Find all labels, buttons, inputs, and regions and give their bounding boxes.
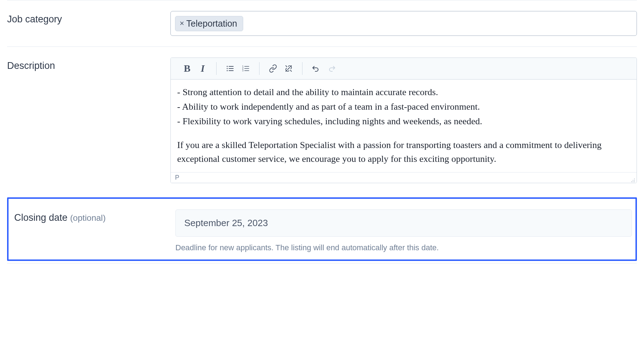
- description-line: - Ability to work independently and as p…: [177, 100, 630, 114]
- description-field-col: B I: [170, 58, 637, 183]
- job-category-tag-label: Teleportation: [186, 18, 237, 29]
- description-line: - Flexibility to work varying schedules,…: [177, 114, 630, 128]
- link-button[interactable]: [265, 61, 281, 76]
- svg-text:3: 3: [242, 69, 244, 72]
- svg-point-18: [634, 180, 635, 181]
- toolbar-history-group: [305, 61, 343, 76]
- job-category-field-col: × Teleportation: [170, 11, 637, 36]
- job-category-label: Job category: [7, 14, 62, 24]
- svg-point-16: [634, 179, 635, 179]
- editor-content[interactable]: - Strong attention to detail and the abi…: [171, 80, 637, 172]
- svg-point-20: [633, 181, 633, 182]
- toolbar-separator: [259, 62, 260, 75]
- job-category-row: Job category × Teleportation: [7, 0, 637, 47]
- job-category-tag[interactable]: × Teleportation: [175, 16, 243, 31]
- closing-date-value: September 25, 2023: [184, 218, 268, 228]
- job-category-tag-input[interactable]: × Teleportation: [170, 11, 637, 36]
- numbered-list-button[interactable]: 1 2 3: [238, 61, 253, 76]
- description-line: - Strong attention to detail and the abi…: [177, 85, 630, 99]
- tag-remove-icon[interactable]: ×: [180, 20, 184, 27]
- svg-point-4: [227, 70, 228, 71]
- description-paragraph: If you are a skilled Teleportation Speci…: [177, 138, 630, 166]
- bold-button[interactable]: B: [179, 61, 195, 76]
- closing-date-input[interactable]: September 25, 2023: [175, 209, 632, 237]
- closing-date-label-col: Closing date (optional): [12, 209, 168, 252]
- svg-line-13: [290, 70, 291, 71]
- svg-point-2: [227, 68, 228, 69]
- closing-date-label: Closing date: [14, 212, 70, 223]
- bullet-list-button[interactable]: [222, 61, 238, 76]
- svg-point-0: [227, 66, 228, 67]
- closing-date-optional: (optional): [70, 213, 106, 223]
- resize-grip-icon[interactable]: [630, 177, 635, 182]
- svg-line-12: [286, 66, 287, 67]
- editor-path: P: [175, 174, 179, 181]
- description-row: Description B I: [7, 47, 637, 194]
- closing-date-row: Closing date (optional) September 25, 20…: [7, 197, 637, 261]
- description-label: Description: [7, 60, 55, 71]
- description-label-col: Description: [7, 58, 163, 183]
- closing-date-helper: Deadline for new applicants. The listing…: [175, 243, 632, 252]
- svg-point-19: [631, 181, 632, 182]
- toolbar-link-group: [262, 61, 300, 76]
- toolbar-format-group: B I: [176, 61, 214, 76]
- undo-button[interactable]: [308, 61, 324, 76]
- editor-toolbar: B I: [171, 58, 637, 80]
- paragraph-gap: [177, 129, 630, 138]
- italic-button[interactable]: I: [195, 61, 211, 76]
- rich-editor: B I: [170, 58, 637, 183]
- redo-button[interactable]: [324, 61, 339, 76]
- toolbar-list-group: 1 2 3: [219, 61, 257, 76]
- editor-status-bar: P: [171, 172, 637, 183]
- svg-point-21: [634, 181, 635, 182]
- unlink-button[interactable]: [281, 61, 296, 76]
- closing-date-field-col: September 25, 2023 Deadline for new appl…: [175, 209, 632, 252]
- job-category-label-col: Job category: [7, 11, 163, 36]
- toolbar-separator: [302, 62, 302, 75]
- divider: [7, 263, 637, 263]
- svg-point-17: [633, 180, 633, 181]
- toolbar-separator: [216, 62, 217, 75]
